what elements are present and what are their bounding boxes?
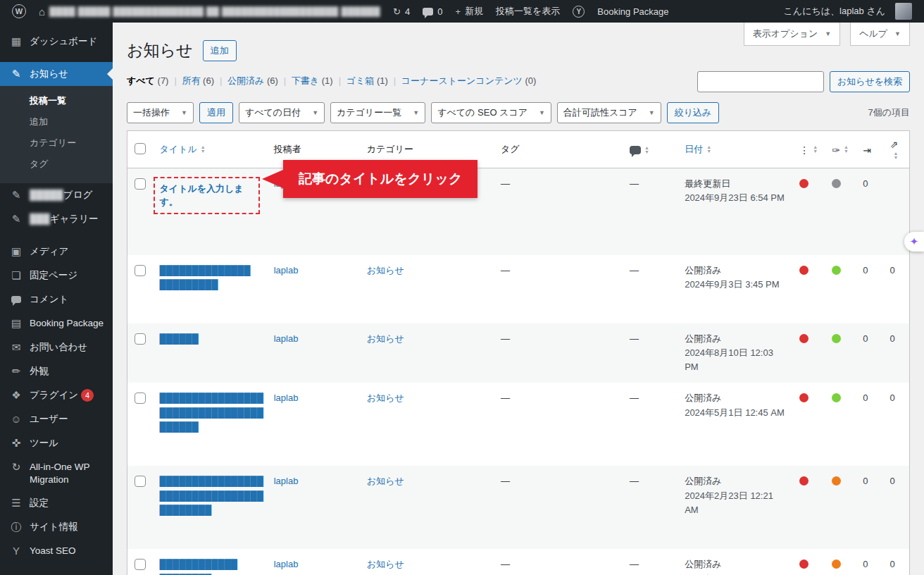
- view-mine[interactable]: 所有 (6): [182, 75, 214, 86]
- internal-links-count: 0: [863, 392, 868, 403]
- yoast-menu[interactable]: Y: [566, 0, 591, 23]
- yoast-icon: Y: [10, 545, 23, 557]
- view-draft[interactable]: 下書き (1): [292, 75, 333, 86]
- comments-value: —: [630, 178, 639, 189]
- screen-options-tab[interactable]: 表示オプション▼: [744, 23, 840, 46]
- sort-arrows-icon: ▲▼: [813, 145, 818, 154]
- sidebar-item-announcements[interactable]: ✎ お知らせ: [0, 62, 113, 86]
- submenu-item-add[interactable]: 追加: [0, 111, 113, 132]
- author-link[interactable]: laplab: [274, 392, 299, 403]
- view-posts-menu[interactable]: 投稿一覧を表示: [489, 0, 566, 23]
- author-link[interactable]: laplab: [274, 265, 299, 276]
- category-link[interactable]: お知らせ: [367, 333, 404, 344]
- column-header-date[interactable]: 日付▲▼: [678, 131, 792, 168]
- home-icon: ⌂: [39, 6, 45, 18]
- post-title-link[interactable]: ██████████████ █████████: [160, 265, 251, 290]
- post-title-link[interactable]: ████████████████ ████████████████ ██████…: [160, 476, 263, 514]
- readability-filter-select[interactable]: 合計可読性スコア▼: [557, 102, 661, 123]
- date-filter-select[interactable]: すべての日付▼: [239, 102, 325, 123]
- updates-menu[interactable]: ↻ 4: [387, 0, 416, 23]
- view-trash[interactable]: ゴミ箱 (1): [346, 75, 388, 86]
- view-all[interactable]: すべて (7): [127, 75, 168, 86]
- date-status: 公開済み: [685, 474, 785, 488]
- sidebar-item-gallery[interactable]: ✎ ███ギャラリー: [0, 207, 113, 231]
- column-header-outgoing-links[interactable]: ⇗▲▼: [882, 131, 909, 168]
- row-checkbox[interactable]: [135, 559, 146, 570]
- post-title-link[interactable]: ████████████ ████████: [160, 559, 238, 575]
- column-header-readability[interactable]: ✑▲▼: [825, 131, 856, 168]
- apply-button[interactable]: 適用: [199, 102, 233, 123]
- category-link[interactable]: お知らせ: [367, 476, 404, 486]
- chevron-down-icon: ▼: [894, 30, 901, 37]
- filter-button[interactable]: 絞り込み: [667, 102, 720, 123]
- row-checkbox[interactable]: [135, 265, 146, 276]
- wordpress-logo-menu[interactable]: W: [6, 0, 32, 23]
- sidebar-item-users[interactable]: ☺ ユーザー: [0, 407, 113, 431]
- comments-menu[interactable]: 0: [416, 0, 449, 23]
- row-checkbox[interactable]: [135, 178, 146, 190]
- column-header-seo-score[interactable]: ⋮▲▼: [792, 131, 825, 168]
- sidebar-item-yoast-seo[interactable]: Y Yoast SEO: [0, 539, 113, 563]
- view-published[interactable]: 公開済み (6): [227, 75, 278, 86]
- sidebar-item-label: Yoast SEO: [30, 545, 76, 557]
- view-cornerstone[interactable]: コーナーストーンコンテンツ (0): [401, 75, 537, 86]
- sidebar-item-site-info[interactable]: ⓘ サイト情報: [0, 515, 113, 539]
- sidebar-item-label: ツール: [30, 437, 58, 450]
- post-title-link[interactable]: タイトルを入力します。: [154, 177, 260, 214]
- comments-value: —: [630, 265, 639, 276]
- sidebar-item-label: 固定ページ: [30, 269, 77, 282]
- sidebar-item-plugins[interactable]: ❖ プラグイン4: [0, 383, 113, 407]
- submenu-item-categories[interactable]: カテゴリー: [0, 132, 113, 154]
- sidebar-item-settings[interactable]: ☰ 設定: [0, 491, 113, 515]
- sidebar-item-dashboard[interactable]: ▦ ダッシュボード: [0, 30, 113, 54]
- booking-package-menu[interactable]: Booking Package: [591, 0, 675, 23]
- media-icon: ▣: [10, 245, 23, 258]
- submenu-item-tags[interactable]: タグ: [0, 154, 113, 175]
- row-checkbox[interactable]: [135, 392, 146, 404]
- search-button[interactable]: お知らせを検索: [830, 71, 910, 92]
- outgoing-links-count: 0: [889, 265, 894, 276]
- row-checkbox[interactable]: [135, 476, 146, 487]
- add-new-button[interactable]: 追加: [203, 40, 237, 61]
- post-title-link[interactable]: ████████████████ ████████████████ ██████: [160, 392, 263, 431]
- column-header-incoming-links[interactable]: ⇥: [856, 131, 882, 168]
- chevron-down-icon: ▼: [413, 109, 419, 116]
- sidebar-item-appearance[interactable]: ✏ 外観: [0, 359, 113, 383]
- column-header-title[interactable]: タイトル▲▼: [153, 131, 267, 168]
- sidebar-item-booking-package[interactable]: ▤ Booking Package: [0, 311, 113, 335]
- category-filter-select[interactable]: カテゴリー一覧▼: [330, 102, 425, 123]
- items-count: 7個の項目: [868, 106, 910, 119]
- author-link[interactable]: laplab: [274, 476, 299, 486]
- submenu-item-post-list[interactable]: 投稿一覧: [0, 90, 113, 111]
- author-link[interactable]: laplab: [274, 559, 299, 569]
- sidebar-item-pages[interactable]: ❏ 固定ページ: [0, 264, 113, 288]
- row-checkbox[interactable]: [135, 333, 146, 345]
- search-input[interactable]: [697, 71, 824, 92]
- select-all-checkbox[interactable]: [135, 143, 146, 154]
- author-link[interactable]: laplab: [274, 333, 299, 344]
- yoast-icon: Y: [573, 6, 585, 18]
- category-link[interactable]: お知らせ: [367, 559, 404, 569]
- sidebar-item-contact[interactable]: ✉ お問い合わせ: [0, 335, 113, 359]
- readability-score-dot: [832, 179, 841, 188]
- browser-extension-sparkle-button[interactable]: ✦: [904, 232, 924, 252]
- sidebar-item-migration[interactable]: ↻ All-in-One WP Migration: [0, 455, 113, 491]
- new-content-menu[interactable]: + 新規: [449, 0, 489, 23]
- sort-arrows-icon: ▲▼: [844, 145, 849, 154]
- plus-icon: +: [455, 6, 461, 17]
- sidebar-item-blog[interactable]: ✎ █████ブログ: [0, 183, 113, 207]
- sidebar-item-media[interactable]: ▣ メディア: [0, 240, 113, 264]
- site-name-menu[interactable]: ⌂ ████ █████ ██████████████ ██ █████████…: [32, 0, 387, 23]
- post-title-link[interactable]: ██████: [160, 333, 199, 344]
- tags-value: —: [501, 178, 510, 189]
- bulk-action-select[interactable]: 一括操作▼: [127, 102, 194, 123]
- category-link[interactable]: お知らせ: [367, 392, 404, 403]
- sidebar-item-comments[interactable]: コメント: [0, 288, 113, 311]
- category-link[interactable]: お知らせ: [367, 265, 404, 276]
- sidebar-item-tools[interactable]: ✜ ツール: [0, 431, 113, 455]
- seo-score-filter-select[interactable]: すべての SEO スコア▼: [431, 102, 551, 123]
- column-header-comments[interactable]: ▲▼: [623, 131, 678, 168]
- settings-icon: ☰: [10, 497, 23, 509]
- help-tab[interactable]: ヘルプ▼: [850, 23, 910, 46]
- account-menu[interactable]: こんにちは、laplab さん: [778, 0, 918, 23]
